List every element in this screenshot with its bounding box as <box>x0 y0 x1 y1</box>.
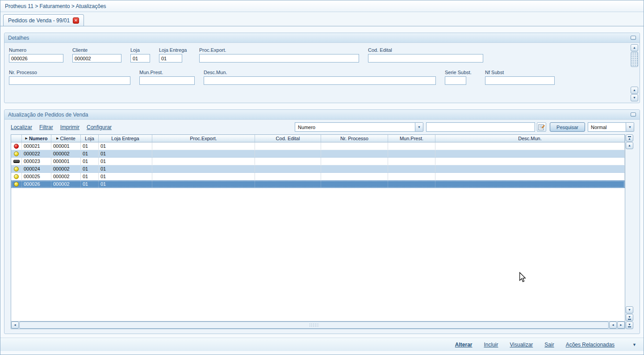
table-cell: 000021 <box>22 142 51 150</box>
tab-pedidos-de-venda[interactable]: Pedidos de Venda - 99/01 ✕ <box>3 14 84 26</box>
detalhes-body: Numero Cliente Loja Loja Entrega Proc.Ex… <box>4 43 640 103</box>
table-row[interactable]: 000024 000002 01 01 <box>11 165 625 173</box>
serie-subst-input[interactable] <box>445 76 466 85</box>
scroll-up-button[interactable]: ▲ <box>626 142 633 149</box>
collapse-panel-icon[interactable] <box>631 113 636 117</box>
arrow-down-icon: ▼ <box>628 323 631 326</box>
pesquisar-button[interactable]: Pesquisar <box>550 122 585 132</box>
column-label: Proc.Export. <box>190 136 217 141</box>
column-header-desc-mun[interactable]: Desc.Mun. <box>435 135 625 142</box>
status-column-header[interactable] <box>11 135 22 142</box>
table-row[interactable]: 000021 000001 01 01 <box>11 142 625 150</box>
nr-processo-input[interactable] <box>9 76 130 85</box>
scroll-down-button[interactable]: ▼ <box>631 94 638 101</box>
scroll-up-button[interactable]: ▲ <box>631 44 638 51</box>
mode-value: Normal <box>588 122 626 132</box>
browse-vertical-scrollbar[interactable]: ▲ ▲ ▼ ▼ ▼ <box>626 134 633 329</box>
fields-row-2: Nr. Processo Mun.Prest. Desc.Mun. Serie … <box>9 70 624 85</box>
numero-input[interactable] <box>9 54 63 63</box>
detalhes-panel: Detalhes Numero Cliente Loja Loja Entreg <box>4 33 640 103</box>
desc-mun-input[interactable] <box>204 76 436 85</box>
arrow-down-icon: ▼ <box>628 309 631 311</box>
scroll-up-button[interactable]: ▲ <box>631 87 638 94</box>
table-row-selected[interactable]: 000026 000002 01 01 <box>11 180 625 188</box>
proc-export-input[interactable] <box>199 54 359 63</box>
cod-edital-input[interactable] <box>368 54 483 63</box>
acoes-relacionadas-link[interactable]: Ações Relacionadas <box>566 342 615 348</box>
scrollbar-thumb[interactable] <box>631 52 638 67</box>
table-row[interactable]: 000022 000002 01 01 <box>11 150 625 158</box>
table-cell: 000001 <box>51 142 81 150</box>
incluir-link[interactable]: Incluir <box>484 342 498 348</box>
scroll-left-button[interactable]: ◄ <box>11 322 19 329</box>
table-row[interactable]: 000025 000002 01 01 <box>11 173 625 180</box>
numero-label: Numero <box>9 47 63 53</box>
scrollbar-track[interactable] <box>626 150 633 306</box>
arrow-left-icon: ◄ <box>13 324 17 326</box>
mun-prest-input[interactable] <box>139 76 195 85</box>
imprimir-link[interactable]: Imprimir <box>60 124 79 130</box>
nf-subst-input[interactable] <box>485 76 555 85</box>
loja-label: Loja <box>130 47 150 53</box>
detalhes-scrollbar[interactable]: ▲ ▲ ▼ <box>631 44 638 101</box>
column-header-nr-processo[interactable]: Nr. Processo <box>321 135 388 142</box>
table-cell <box>321 158 388 165</box>
collapse-panel-icon[interactable] <box>631 36 636 40</box>
table-cell: 01 <box>99 180 152 188</box>
column-header-proc-export[interactable]: Proc.Export. <box>152 135 255 142</box>
loja-input[interactable] <box>130 54 150 63</box>
field-desc-mun: Desc.Mun. <box>204 70 436 85</box>
loja-entrega-input[interactable] <box>159 54 182 63</box>
alterar-link[interactable]: Alterar <box>455 342 473 348</box>
column-label: Numero <box>29 136 48 141</box>
more-actions-icon[interactable]: ▼ <box>632 342 636 347</box>
column-header-cod-edital[interactable]: Cod. Edital <box>255 135 321 142</box>
scroll-to-top-button[interactable]: ▲ <box>626 134 633 142</box>
status-icon <box>14 174 19 179</box>
sair-link[interactable]: Sair <box>544 342 554 348</box>
table-row[interactable]: 000023 000001 01 01 <box>11 158 625 165</box>
table-cell <box>435 180 625 188</box>
table-cell <box>152 158 255 165</box>
chevron-down-icon[interactable]: ▼ <box>415 122 423 132</box>
search-column-combo[interactable]: Numero ▼ <box>295 122 423 132</box>
advanced-search-button[interactable] <box>537 122 546 132</box>
fields-row-1: Numero Cliente Loja Loja Entrega Proc.Ex… <box>9 47 624 63</box>
table-cell: 000002 <box>51 180 81 188</box>
search-input[interactable] <box>426 122 535 132</box>
field-nr-processo: Nr. Processo <box>9 70 130 85</box>
configurar-link[interactable]: Configurar <box>87 124 112 130</box>
breadcrumb: Protheus 11 > Faturamento > Atualizações <box>0 0 644 12</box>
scroll-left-button[interactable]: ◄ <box>609 322 617 329</box>
tab-close-icon[interactable]: ✕ <box>73 17 79 24</box>
arrow-left-icon: ◄ <box>611 324 615 326</box>
scroll-right-button[interactable]: ► <box>617 322 625 329</box>
nf-subst-label: Nf Subst <box>485 70 555 75</box>
table-cell: 000001 <box>51 158 81 165</box>
field-numero: Numero <box>9 47 63 63</box>
column-header-mun-prest[interactable]: Mun.Prest. <box>388 135 435 142</box>
mode-combo[interactable]: Normal ▼ <box>588 122 634 132</box>
table-cell <box>435 165 625 172</box>
column-header-loja[interactable]: Loja <box>81 135 99 142</box>
horizontal-scrollbar[interactable]: ◄ ◄ ► <box>11 321 625 329</box>
loja-entrega-label: Loja Entrega <box>159 47 190 53</box>
cliente-input[interactable] <box>72 54 121 63</box>
chevron-down-icon[interactable]: ▼ <box>626 122 634 132</box>
desc-mun-label: Desc.Mun. <box>204 70 436 75</box>
column-header-loja-entrega[interactable]: Loja Entrega <box>99 135 152 142</box>
scroll-to-end-button[interactable]: ▼ <box>626 322 633 329</box>
horizontal-scrollbar-thumb[interactable] <box>19 322 609 329</box>
filtrar-link[interactable]: Filtrar <box>39 124 53 130</box>
grip-icon <box>309 323 319 327</box>
visualizar-link[interactable]: Visualizar <box>510 342 533 348</box>
scroll-down-button[interactable]: ▼ <box>626 306 633 313</box>
table-cell: 000023 <box>22 158 51 165</box>
column-header-cliente[interactable]: ▶Cliente <box>51 135 81 142</box>
table-cell <box>388 150 435 157</box>
table-cell <box>435 158 625 165</box>
localizar-link[interactable]: Localizar <box>11 124 32 130</box>
column-header-numero[interactable]: ▶Numero <box>22 135 51 142</box>
scroll-to-bottom-button[interactable]: ▼ <box>626 314 633 321</box>
scrollbar-track[interactable] <box>631 67 638 86</box>
